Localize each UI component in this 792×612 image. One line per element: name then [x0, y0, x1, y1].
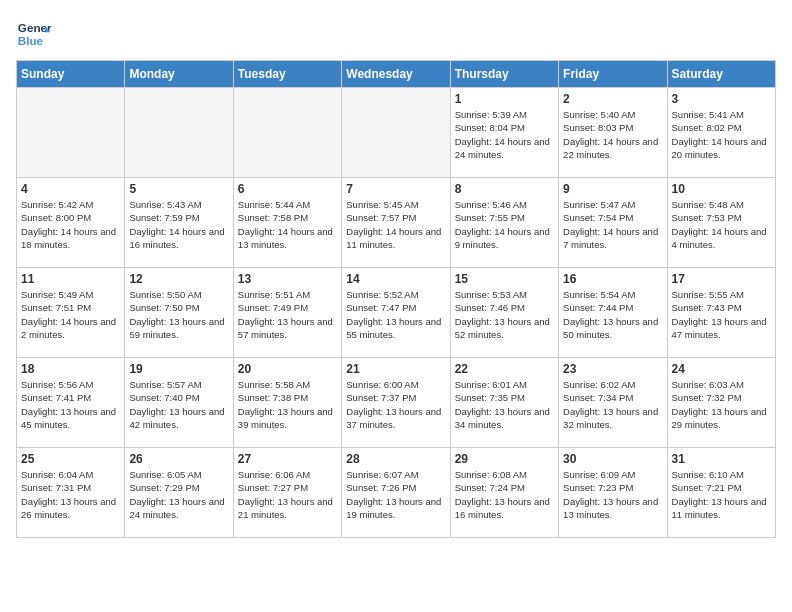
week-row-2: 4Sunrise: 5:42 AMSunset: 8:00 PMDaylight… — [17, 178, 776, 268]
calendar-cell — [342, 88, 450, 178]
week-row-5: 25Sunrise: 6:04 AMSunset: 7:31 PMDayligh… — [17, 448, 776, 538]
day-info: Sunrise: 5:45 AMSunset: 7:57 PMDaylight:… — [346, 198, 445, 251]
calendar-cell: 15Sunrise: 5:53 AMSunset: 7:46 PMDayligh… — [450, 268, 558, 358]
calendar-cell: 7Sunrise: 5:45 AMSunset: 7:57 PMDaylight… — [342, 178, 450, 268]
calendar-cell: 4Sunrise: 5:42 AMSunset: 8:00 PMDaylight… — [17, 178, 125, 268]
week-row-3: 11Sunrise: 5:49 AMSunset: 7:51 PMDayligh… — [17, 268, 776, 358]
svg-text:General: General — [18, 21, 52, 34]
day-number: 30 — [563, 452, 662, 466]
calendar-cell: 21Sunrise: 6:00 AMSunset: 7:37 PMDayligh… — [342, 358, 450, 448]
day-number: 9 — [563, 182, 662, 196]
calendar-cell: 26Sunrise: 6:05 AMSunset: 7:29 PMDayligh… — [125, 448, 233, 538]
day-info: Sunrise: 5:58 AMSunset: 7:38 PMDaylight:… — [238, 378, 337, 431]
calendar-cell: 28Sunrise: 6:07 AMSunset: 7:26 PMDayligh… — [342, 448, 450, 538]
day-info: Sunrise: 6:01 AMSunset: 7:35 PMDaylight:… — [455, 378, 554, 431]
weekday-header-thursday: Thursday — [450, 61, 558, 88]
calendar-cell: 18Sunrise: 5:56 AMSunset: 7:41 PMDayligh… — [17, 358, 125, 448]
calendar-cell — [233, 88, 341, 178]
day-info: Sunrise: 5:57 AMSunset: 7:40 PMDaylight:… — [129, 378, 228, 431]
day-info: Sunrise: 5:49 AMSunset: 7:51 PMDaylight:… — [21, 288, 120, 341]
calendar-cell: 20Sunrise: 5:58 AMSunset: 7:38 PMDayligh… — [233, 358, 341, 448]
day-number: 27 — [238, 452, 337, 466]
day-info: Sunrise: 6:08 AMSunset: 7:24 PMDaylight:… — [455, 468, 554, 521]
calendar-cell: 8Sunrise: 5:46 AMSunset: 7:55 PMDaylight… — [450, 178, 558, 268]
calendar-cell: 11Sunrise: 5:49 AMSunset: 7:51 PMDayligh… — [17, 268, 125, 358]
calendar-cell: 5Sunrise: 5:43 AMSunset: 7:59 PMDaylight… — [125, 178, 233, 268]
day-number: 14 — [346, 272, 445, 286]
day-info: Sunrise: 5:42 AMSunset: 8:00 PMDaylight:… — [21, 198, 120, 251]
day-info: Sunrise: 5:51 AMSunset: 7:49 PMDaylight:… — [238, 288, 337, 341]
calendar-cell: 22Sunrise: 6:01 AMSunset: 7:35 PMDayligh… — [450, 358, 558, 448]
day-number: 11 — [21, 272, 120, 286]
day-info: Sunrise: 5:39 AMSunset: 8:04 PMDaylight:… — [455, 108, 554, 161]
calendar-cell: 31Sunrise: 6:10 AMSunset: 7:21 PMDayligh… — [667, 448, 775, 538]
day-info: Sunrise: 6:07 AMSunset: 7:26 PMDaylight:… — [346, 468, 445, 521]
day-number: 22 — [455, 362, 554, 376]
weekday-header-monday: Monday — [125, 61, 233, 88]
day-info: Sunrise: 6:10 AMSunset: 7:21 PMDaylight:… — [672, 468, 771, 521]
day-info: Sunrise: 6:04 AMSunset: 7:31 PMDaylight:… — [21, 468, 120, 521]
weekday-header-wednesday: Wednesday — [342, 61, 450, 88]
calendar-cell: 17Sunrise: 5:55 AMSunset: 7:43 PMDayligh… — [667, 268, 775, 358]
day-info: Sunrise: 6:03 AMSunset: 7:32 PMDaylight:… — [672, 378, 771, 431]
day-number: 6 — [238, 182, 337, 196]
day-info: Sunrise: 5:55 AMSunset: 7:43 PMDaylight:… — [672, 288, 771, 341]
calendar-cell — [125, 88, 233, 178]
calendar-cell: 13Sunrise: 5:51 AMSunset: 7:49 PMDayligh… — [233, 268, 341, 358]
day-number: 19 — [129, 362, 228, 376]
calendar-cell: 19Sunrise: 5:57 AMSunset: 7:40 PMDayligh… — [125, 358, 233, 448]
day-info: Sunrise: 6:05 AMSunset: 7:29 PMDaylight:… — [129, 468, 228, 521]
day-number: 10 — [672, 182, 771, 196]
logo: General Blue — [16, 16, 52, 52]
day-info: Sunrise: 5:46 AMSunset: 7:55 PMDaylight:… — [455, 198, 554, 251]
day-info: Sunrise: 5:40 AMSunset: 8:03 PMDaylight:… — [563, 108, 662, 161]
day-info: Sunrise: 5:53 AMSunset: 7:46 PMDaylight:… — [455, 288, 554, 341]
calendar-cell: 10Sunrise: 5:48 AMSunset: 7:53 PMDayligh… — [667, 178, 775, 268]
day-number: 21 — [346, 362, 445, 376]
day-number: 18 — [21, 362, 120, 376]
calendar-cell: 12Sunrise: 5:50 AMSunset: 7:50 PMDayligh… — [125, 268, 233, 358]
day-info: Sunrise: 5:43 AMSunset: 7:59 PMDaylight:… — [129, 198, 228, 251]
day-info: Sunrise: 6:06 AMSunset: 7:27 PMDaylight:… — [238, 468, 337, 521]
calendar-cell: 1Sunrise: 5:39 AMSunset: 8:04 PMDaylight… — [450, 88, 558, 178]
weekday-header-saturday: Saturday — [667, 61, 775, 88]
calendar-cell: 29Sunrise: 6:08 AMSunset: 7:24 PMDayligh… — [450, 448, 558, 538]
calendar-cell: 23Sunrise: 6:02 AMSunset: 7:34 PMDayligh… — [559, 358, 667, 448]
calendar-cell: 27Sunrise: 6:06 AMSunset: 7:27 PMDayligh… — [233, 448, 341, 538]
day-number: 20 — [238, 362, 337, 376]
calendar-cell: 25Sunrise: 6:04 AMSunset: 7:31 PMDayligh… — [17, 448, 125, 538]
calendar-cell: 24Sunrise: 6:03 AMSunset: 7:32 PMDayligh… — [667, 358, 775, 448]
header: General Blue — [16, 16, 776, 52]
calendar-cell: 9Sunrise: 5:47 AMSunset: 7:54 PMDaylight… — [559, 178, 667, 268]
week-row-1: 1Sunrise: 5:39 AMSunset: 8:04 PMDaylight… — [17, 88, 776, 178]
week-row-4: 18Sunrise: 5:56 AMSunset: 7:41 PMDayligh… — [17, 358, 776, 448]
calendar-cell: 16Sunrise: 5:54 AMSunset: 7:44 PMDayligh… — [559, 268, 667, 358]
weekday-header-tuesday: Tuesday — [233, 61, 341, 88]
day-number: 13 — [238, 272, 337, 286]
day-info: Sunrise: 6:02 AMSunset: 7:34 PMDaylight:… — [563, 378, 662, 431]
day-number: 4 — [21, 182, 120, 196]
day-number: 24 — [672, 362, 771, 376]
logo-icon: General Blue — [16, 16, 52, 52]
day-number: 15 — [455, 272, 554, 286]
day-number: 25 — [21, 452, 120, 466]
day-number: 23 — [563, 362, 662, 376]
day-number: 26 — [129, 452, 228, 466]
day-info: Sunrise: 5:48 AMSunset: 7:53 PMDaylight:… — [672, 198, 771, 251]
calendar-cell: 3Sunrise: 5:41 AMSunset: 8:02 PMDaylight… — [667, 88, 775, 178]
day-number: 12 — [129, 272, 228, 286]
calendar-cell: 6Sunrise: 5:44 AMSunset: 7:58 PMDaylight… — [233, 178, 341, 268]
day-number: 28 — [346, 452, 445, 466]
weekday-header-friday: Friday — [559, 61, 667, 88]
day-info: Sunrise: 5:50 AMSunset: 7:50 PMDaylight:… — [129, 288, 228, 341]
header-row: SundayMondayTuesdayWednesdayThursdayFrid… — [17, 61, 776, 88]
weekday-header-sunday: Sunday — [17, 61, 125, 88]
day-number: 29 — [455, 452, 554, 466]
day-number: 2 — [563, 92, 662, 106]
calendar-cell: 30Sunrise: 6:09 AMSunset: 7:23 PMDayligh… — [559, 448, 667, 538]
day-number: 7 — [346, 182, 445, 196]
day-info: Sunrise: 5:54 AMSunset: 7:44 PMDaylight:… — [563, 288, 662, 341]
day-info: Sunrise: 6:00 AMSunset: 7:37 PMDaylight:… — [346, 378, 445, 431]
day-number: 16 — [563, 272, 662, 286]
day-info: Sunrise: 5:56 AMSunset: 7:41 PMDaylight:… — [21, 378, 120, 431]
